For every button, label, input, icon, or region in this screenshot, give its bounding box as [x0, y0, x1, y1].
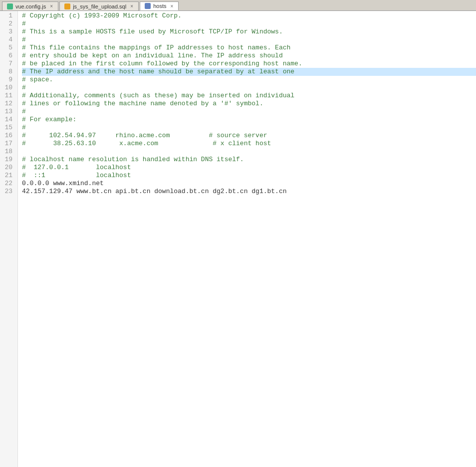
tab-vue-config[interactable]: vue.config.js× [2, 1, 58, 10]
line-number-22: 22 [0, 180, 14, 188]
code-text-12: # lines or following the machine name de… [22, 100, 263, 107]
tab-close-vue-config[interactable]: × [49, 4, 54, 9]
code-line-9: # space. [22, 76, 476, 84]
line-number-19: 19 [0, 156, 14, 164]
code-text-9: # space. [22, 76, 53, 83]
line-number-20: 20 [0, 164, 14, 172]
code-text-21: # ::1 localhost [22, 172, 131, 179]
code-line-20: # 127.0.0.1 localhost [22, 164, 476, 172]
code-line-7: # be placed in the first column followed… [22, 60, 476, 68]
tab-bar: vue.config.js×js_sys_file_upload.sql×hos… [0, 0, 476, 11]
code-line-15: # [22, 124, 476, 132]
line-number-14: 14 [0, 116, 14, 124]
line-number-4: 4 [0, 36, 14, 44]
code-line-3: # This is a sample HOSTS file used by Mi… [22, 28, 476, 36]
code-line-2: # [22, 20, 476, 28]
code-text-17: # 38.25.63.10 x.acme.com # x client host [22, 140, 271, 147]
code-text-15: # [22, 124, 26, 131]
code-text-4: # [22, 36, 26, 43]
line-number-15: 15 [0, 124, 14, 132]
code-text-20: # 127.0.0.1 localhost [22, 164, 131, 171]
code-line-16: # 102.54.94.97 rhino.acme.com # source s… [22, 132, 476, 140]
code-text-6: # entry should be kept on an individual … [22, 52, 283, 59]
code-text-16: # 102.54.94.97 rhino.acme.com # source s… [22, 132, 267, 139]
code-line-10: # [22, 84, 476, 92]
code-text-19: # localhost name resolution is handled w… [22, 156, 244, 163]
sql-icon [64, 3, 71, 10]
code-line-17: # 38.25.63.10 x.acme.com # x client host [22, 140, 476, 148]
code-text-23: 42.157.129.47 www.bt.cn api.bt.cn downlo… [22, 188, 287, 195]
editor-container: 1234567891011121314151617181920212223 # … [0, 11, 476, 467]
line-number-23: 23 [0, 188, 14, 196]
line-number-9: 9 [0, 76, 14, 84]
tab-label-vue-config: vue.config.js [15, 3, 46, 9]
tab-label-hosts: hosts [153, 3, 166, 9]
tab-hosts[interactable]: hosts× [140, 1, 179, 10]
line-number-11: 11 [0, 92, 14, 100]
line-number-21: 21 [0, 172, 14, 180]
code-line-5: # This file contains the mappings of IP … [22, 44, 476, 52]
line-number-16: 16 [0, 132, 14, 140]
code-line-8: # The IP address and the host name shoul… [22, 68, 476, 76]
line-number-12: 12 [0, 100, 14, 108]
code-line-21: # ::1 localhost [22, 172, 476, 180]
tab-js-sys-file-upload[interactable]: js_sys_file_upload.sql× [59, 1, 139, 10]
code-line-13: # [22, 108, 476, 116]
code-text-2: # [22, 20, 26, 27]
code-line-6: # entry should be kept on an individual … [22, 52, 476, 60]
tab-label-js-sys-file-upload: js_sys_file_upload.sql [73, 3, 126, 9]
line-number-17: 17 [0, 140, 14, 148]
line-number-1: 1 [0, 12, 14, 20]
code-text-22: 0.0.0.0 www.xmind.net [22, 180, 104, 187]
code-line-23: 42.157.129.47 www.bt.cn api.bt.cn downlo… [22, 188, 476, 196]
line-numbers: 1234567891011121314151617181920212223 [0, 11, 18, 467]
tab-close-js-sys-file-upload[interactable]: × [129, 4, 134, 9]
code-text-10: # [22, 84, 26, 91]
code-text-3: # This is a sample HOSTS file used by Mi… [22, 28, 283, 35]
line-number-8: 8 [0, 68, 14, 76]
code-text-13: # [22, 108, 26, 115]
line-number-10: 10 [0, 84, 14, 92]
code-text-14: # For example: [22, 116, 76, 123]
line-number-2: 2 [0, 20, 14, 28]
code-text-5: # This file contains the mappings of IP … [22, 44, 290, 51]
line-number-18: 18 [0, 148, 14, 156]
line-number-6: 6 [0, 52, 14, 60]
code-line-19: # localhost name resolution is handled w… [22, 156, 476, 164]
line-number-7: 7 [0, 60, 14, 68]
code-line-12: # lines or following the machine name de… [22, 100, 476, 108]
hosts-icon [144, 2, 151, 9]
code-text-7: # be placed in the first column followed… [22, 60, 302, 67]
line-number-5: 5 [0, 44, 14, 52]
code-text-1: # Copyright (c) 1993-2009 Microsoft Corp… [22, 12, 182, 19]
line-number-3: 3 [0, 28, 14, 36]
code-line-22: 0.0.0.0 www.xmind.net [22, 180, 476, 188]
code-line-11: # Additionally, comments (such as these)… [22, 92, 476, 100]
code-text-8: # The IP address and the host name shoul… [22, 68, 294, 75]
tab-close-hosts[interactable]: × [169, 3, 174, 8]
vue-icon [6, 3, 13, 10]
code-line-4: # [22, 36, 476, 44]
code-text-11: # Additionally, comments (such as these)… [22, 92, 294, 99]
code-line-1: # Copyright (c) 1993-2009 Microsoft Corp… [22, 12, 476, 20]
code-line-18 [22, 148, 476, 156]
line-number-13: 13 [0, 108, 14, 116]
code-content: # Copyright (c) 1993-2009 Microsoft Corp… [18, 11, 476, 467]
code-line-14: # For example: [22, 116, 476, 124]
